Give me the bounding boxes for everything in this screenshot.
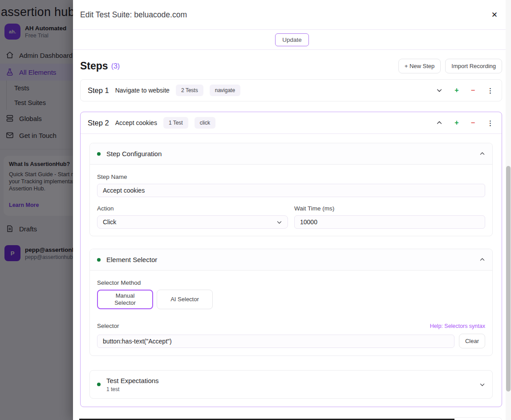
selector-method-label: Selector Method	[97, 279, 485, 286]
step-name-input[interactable]	[97, 184, 485, 197]
modal-scrollbar[interactable]	[506, 0, 511, 420]
chevron-up-icon	[479, 257, 485, 262]
remove-step-button[interactable]: −	[471, 119, 475, 126]
selector-input[interactable]	[97, 335, 454, 348]
status-dot-icon	[97, 383, 101, 386]
action-select-value: Click	[103, 218, 116, 226]
steps-count: (3)	[111, 62, 120, 70]
steps-title: Steps	[80, 60, 108, 72]
tests-count-badge: 2 Tests	[176, 85, 203, 96]
update-bar: Update	[73, 30, 511, 50]
step-configuration-header[interactable]: Step Configuration	[90, 143, 492, 165]
chevron-down-icon	[276, 219, 282, 225]
selector-label: Selector	[97, 323, 119, 329]
chevron-up-icon	[479, 151, 485, 157]
test-expectations-section[interactable]: Test Expectations 1 test	[89, 370, 493, 399]
chevron-up-icon	[436, 120, 442, 126]
step-card-2: Step 2 Accept cookies 1 Test click + − ⋮…	[80, 112, 502, 407]
wait-time-input[interactable]	[294, 215, 485, 229]
modal-header: Edit Test Suite: beluacode.com ✕	[73, 0, 511, 30]
action-select[interactable]: Click	[97, 215, 288, 229]
chevron-down-icon	[479, 382, 485, 388]
collapse-step-button[interactable]	[436, 120, 442, 126]
step-1-header[interactable]: Step 1 Navigate to website 2 Tests navig…	[81, 80, 502, 101]
step-2-header[interactable]: Step 2 Accept cookies 1 Test click + − ⋮	[81, 112, 502, 133]
step-configuration-section: Step Configuration Step Name Action Clic…	[89, 143, 493, 236]
clear-selector-button[interactable]: Clear	[459, 334, 485, 348]
selectors-syntax-help-link[interactable]: Help: Selectors syntax	[430, 323, 485, 329]
update-button[interactable]: Update	[275, 33, 309, 46]
step-label: Step 1	[88, 86, 109, 95]
collapse-section-button[interactable]	[479, 151, 485, 157]
import-recording-button[interactable]: Import Recording	[445, 59, 502, 73]
element-selector-section: Element Selector Selector Method Manual …	[89, 249, 493, 356]
step-menu-button[interactable]: ⋮	[487, 120, 494, 126]
status-dot-icon	[97, 258, 101, 262]
action-label: Action	[97, 205, 288, 212]
steps-header: Steps (3) + New Step Import Recording	[80, 59, 502, 73]
new-step-button[interactable]: + New Step	[398, 59, 441, 73]
step-card-1: Step 1 Navigate to website 2 Tests navig…	[80, 79, 502, 101]
section-title: Element Selector	[106, 256, 157, 263]
chevron-down-icon	[436, 87, 442, 93]
collapse-section-button[interactable]	[479, 257, 485, 262]
scrollbar-thumb[interactable]	[506, 166, 511, 392]
element-selector-header[interactable]: Element Selector	[90, 249, 492, 271]
step-name: Navigate to website	[115, 87, 170, 94]
wait-time-label: Wait Time (ms)	[294, 205, 485, 212]
section-title: Step Configuration	[106, 150, 162, 158]
modal-title: Edit Test Suite: beluacode.com	[80, 10, 187, 20]
tests-count-badge: 1 Test	[163, 117, 188, 129]
expand-step-button[interactable]	[436, 87, 442, 93]
ai-selector-button[interactable]: AI Selector	[157, 290, 213, 309]
expand-section-button[interactable]	[479, 382, 485, 388]
step-menu-button[interactable]: ⋮	[487, 87, 494, 94]
close-icon[interactable]: ✕	[491, 11, 498, 19]
action-type-badge: navigate	[210, 85, 240, 96]
remove-step-button[interactable]: −	[471, 87, 475, 94]
step-label: Step 2	[88, 119, 109, 127]
step-name: Accept cookies	[115, 119, 157, 126]
add-step-button[interactable]: +	[454, 87, 458, 94]
tests-count-text: 1 test	[106, 386, 159, 392]
step-2-body: Step Configuration Step Name Action Clic…	[81, 133, 502, 407]
action-type-badge: click	[195, 117, 215, 129]
manual-selector-button[interactable]: Manual Selector	[97, 290, 153, 309]
status-dot-icon	[97, 152, 101, 156]
section-title: Test Expectations	[106, 377, 159, 384]
edit-test-suite-modal: Edit Test Suite: beluacode.com ✕ Update …	[73, 0, 511, 420]
step-name-label: Step Name	[97, 174, 485, 180]
modal-content: Steps (3) + New Step Import Recording St…	[73, 50, 511, 420]
add-step-button[interactable]: +	[454, 119, 458, 126]
